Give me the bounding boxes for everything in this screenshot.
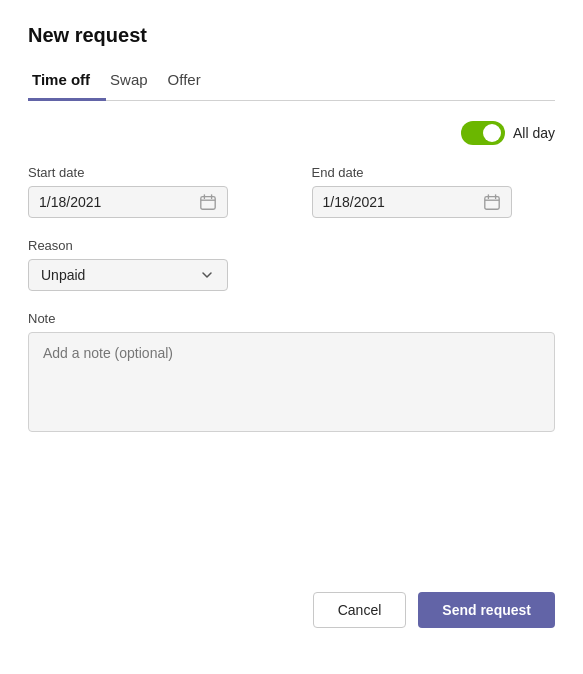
chevron-down-icon bbox=[199, 267, 215, 283]
tab-swap[interactable]: Swap bbox=[106, 63, 164, 101]
tab-timeoff[interactable]: Time off bbox=[28, 63, 106, 101]
note-group: Note bbox=[28, 311, 555, 432]
allday-label: All day bbox=[513, 125, 555, 141]
end-date-label: End date bbox=[312, 165, 556, 180]
action-buttons: Cancel Send request bbox=[28, 592, 555, 628]
allday-row: All day bbox=[28, 121, 555, 145]
end-date-input[interactable]: 1/18/2021 bbox=[312, 186, 512, 218]
reason-group: Reason Unpaid bbox=[28, 238, 555, 291]
start-calendar-icon bbox=[199, 193, 217, 211]
end-date-group: End date 1/18/2021 bbox=[312, 165, 556, 218]
tabs-container: Time off Swap Offer bbox=[28, 63, 555, 101]
start-date-value: 1/18/2021 bbox=[39, 194, 101, 210]
start-date-input[interactable]: 1/18/2021 bbox=[28, 186, 228, 218]
allday-toggle[interactable] bbox=[461, 121, 505, 145]
page-title: New request bbox=[28, 24, 555, 47]
end-date-value: 1/18/2021 bbox=[323, 194, 385, 210]
tab-offer[interactable]: Offer bbox=[164, 63, 217, 101]
dates-row: Start date 1/18/2021 End date 1/18/2021 bbox=[28, 165, 555, 218]
send-request-button[interactable]: Send request bbox=[418, 592, 555, 628]
note-label: Note bbox=[28, 311, 555, 326]
reason-label: Reason bbox=[28, 238, 555, 253]
svg-rect-4 bbox=[484, 196, 498, 209]
end-calendar-icon bbox=[483, 193, 501, 211]
svg-rect-0 bbox=[201, 196, 215, 209]
start-date-group: Start date 1/18/2021 bbox=[28, 165, 272, 218]
start-date-label: Start date bbox=[28, 165, 272, 180]
reason-value: Unpaid bbox=[41, 267, 85, 283]
note-textarea[interactable] bbox=[28, 332, 555, 432]
cancel-button[interactable]: Cancel bbox=[313, 592, 407, 628]
reason-select[interactable]: Unpaid bbox=[28, 259, 228, 291]
